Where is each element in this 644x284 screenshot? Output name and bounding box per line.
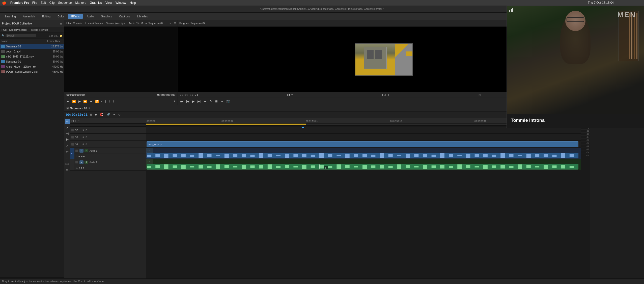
source-play-icon[interactable]: ▶ (78, 99, 81, 103)
a2-s-btn[interactable]: S (85, 161, 88, 164)
video-clip-block[interactable]: zoom_0.mp4 [V] (147, 141, 578, 147)
go-start-icon[interactable]: |◀ (71, 120, 74, 122)
tab-audio-clip-mixer[interactable]: Audio Clip Mixer: Sequence 02 (129, 22, 163, 25)
prog-loop-icon[interactable]: ↻ (209, 99, 213, 103)
v1-settings[interactable]: ⊡ (86, 143, 88, 146)
source-extra-btn[interactable]: + (173, 99, 176, 103)
seq-link-icon[interactable]: 🔗 (105, 112, 111, 117)
tab-editing[interactable]: Editing (39, 14, 54, 19)
prog-play-back-icon[interactable]: ⏮ (179, 99, 184, 103)
menu-help[interactable]: Help (130, 1, 136, 5)
v1-eye[interactable]: 👁 (82, 143, 85, 146)
seq-menu-icon[interactable]: ≡ (89, 107, 90, 109)
prog-camera[interactable]: 📷 (226, 99, 231, 103)
source-tabs-expand[interactable]: » (169, 22, 171, 25)
tab-color[interactable]: Color (54, 14, 67, 19)
a1-waveform-block[interactable] (147, 153, 578, 158)
source-mark-in[interactable]: { (101, 99, 103, 103)
prog-play-icon[interactable]: ▶ (191, 99, 195, 103)
prog-play-fwd-icon[interactable]: ⏭ (203, 99, 207, 103)
a1-add-kf[interactable]: ◆ (81, 155, 82, 158)
menu-file[interactable]: File (32, 1, 37, 5)
go-end-icon[interactable]: ▶| (75, 120, 77, 122)
v1-lock[interactable] (71, 143, 74, 146)
tool-pen[interactable]: ✏ (65, 167, 70, 173)
tab-audio[interactable]: Audio (84, 14, 97, 19)
a2-lock[interactable] (75, 161, 78, 163)
fit-dropdown[interactable]: Fit ▼ (287, 94, 293, 96)
a1-lock[interactable] (75, 150, 78, 152)
a2-prev-kf[interactable]: ◀ (78, 166, 80, 169)
prog-step-back-icon[interactable]: |◀ (185, 99, 190, 103)
tool-slide[interactable]: ⟺ (65, 161, 70, 166)
list-item[interactable]: mix1_1043_171122.mov 30.00 fps (0, 54, 64, 59)
tool-select[interactable]: ↖ (65, 119, 70, 124)
a1-prev-kf[interactable]: ◀ (78, 155, 80, 158)
list-item[interactable]: Sequence 02 23.976 fps (0, 44, 64, 49)
menu-clip[interactable]: Clip (49, 1, 55, 5)
seq-razor-icon[interactable]: ✂ (112, 112, 116, 117)
seq-snap-icon[interactable]: 🧲 (99, 112, 104, 117)
prog-multi-cam[interactable]: ⊞ (214, 99, 218, 103)
seq-nest-icon[interactable]: ⊞ (89, 112, 93, 117)
a1-sync-btn[interactable]: M (79, 149, 83, 153)
tool-razor[interactable]: ✂ (65, 149, 70, 154)
v2-settings[interactable]: ⊡ (86, 136, 88, 138)
project-menu-icon[interactable]: ☰ (60, 22, 62, 25)
tab-effects[interactable]: Effects (68, 14, 82, 19)
search-input[interactable] (6, 34, 36, 37)
v3-settings[interactable]: ⊡ (86, 129, 88, 131)
tab-program[interactable]: Program: Sequence 02 (179, 22, 205, 25)
v3-lock[interactable] (71, 129, 74, 131)
tab-captions[interactable]: Captions (116, 14, 133, 19)
menu-edit[interactable]: Edit (41, 1, 46, 5)
source-loop-icon[interactable]: 🔁 (94, 99, 100, 103)
a1-sync-select[interactable]: A1 (70, 148, 74, 159)
tab-learning[interactable]: Learning (2, 14, 19, 19)
a2-sync-btn[interactable]: M (79, 160, 83, 164)
seq-keyframe-icon[interactable]: ◇ (117, 112, 121, 117)
source-step-fwd-icon[interactable]: ⏩ (82, 99, 88, 103)
tool-rate-stretch[interactable]: ⤢ (65, 143, 70, 148)
seq-markers-icon[interactable]: ◆ (94, 112, 98, 117)
source-play-fwd-icon[interactable]: ⏭ (89, 99, 93, 103)
tool-track-select[interactable]: ↗ (65, 125, 70, 130)
source-overwrite[interactable]: ⤵ (112, 99, 115, 103)
a1-s-btn[interactable]: S (85, 149, 88, 152)
tab-lumetri-scopes[interactable]: Lumetri Scopes (85, 22, 103, 25)
quality-dropdown[interactable]: Full ▼ (382, 94, 390, 96)
a2-add-kf[interactable]: ◆ (81, 166, 82, 169)
tab-libraries[interactable]: Libraries (134, 14, 151, 19)
tool-slip[interactable]: ↔ (65, 155, 70, 160)
tool-ripple[interactable]: ⊣ (65, 131, 70, 136)
menu-window[interactable]: Window (116, 1, 126, 5)
v3-eye[interactable]: 👁 (82, 129, 85, 131)
a2-next-kf[interactable]: ▶ (83, 166, 85, 169)
list-item[interactable]: zoom_0.mp4 25.00 fps (0, 49, 64, 54)
add-track-icon[interactable]: + (78, 120, 79, 122)
tab-media-browser[interactable]: Media Browser (31, 29, 48, 31)
source-play-back-icon[interactable]: ⏮ (66, 99, 70, 103)
source-insert[interactable]: ⤵ (108, 99, 111, 103)
menu-markers[interactable]: Markers (75, 1, 86, 5)
list-item[interactable]: Sequence 01 30.00 fps (0, 59, 64, 64)
safe-margins-icon[interactable]: ⊡ (479, 94, 481, 96)
tab-source[interactable]: Source: (no clips) (106, 22, 126, 25)
source-panel-menu[interactable]: ☰ (174, 22, 176, 25)
source-step-back-icon[interactable]: ⏪ (71, 99, 77, 103)
prog-step-fwd-icon[interactable]: ▶| (197, 99, 201, 103)
source-mark-out[interactable]: } (104, 99, 107, 103)
list-item[interactable]: Angel_Haze_-_22New_Yor 44100 Hz (0, 64, 64, 69)
menu-graphics[interactable]: Graphics (90, 1, 102, 5)
tab-graphics[interactable]: Graphics (98, 14, 115, 19)
tab-effect-controls[interactable]: Effect Controls (66, 22, 82, 25)
new-bin-icon[interactable]: 📁 (60, 34, 63, 37)
list-item[interactable]: POoR - South London Galler 48000 Hz (0, 69, 64, 74)
tab-assembly[interactable]: Assembly (20, 14, 38, 19)
a1-next-kf[interactable]: ▶ (83, 155, 85, 158)
prog-trim[interactable]: ✂ (220, 99, 224, 103)
tab-project[interactable]: POoR Collective.prproj (2, 29, 27, 31)
tool-type[interactable]: T (65, 174, 70, 179)
apple-menu[interactable]: 🍎 (2, 1, 6, 5)
menu-view[interactable]: View (105, 1, 112, 5)
